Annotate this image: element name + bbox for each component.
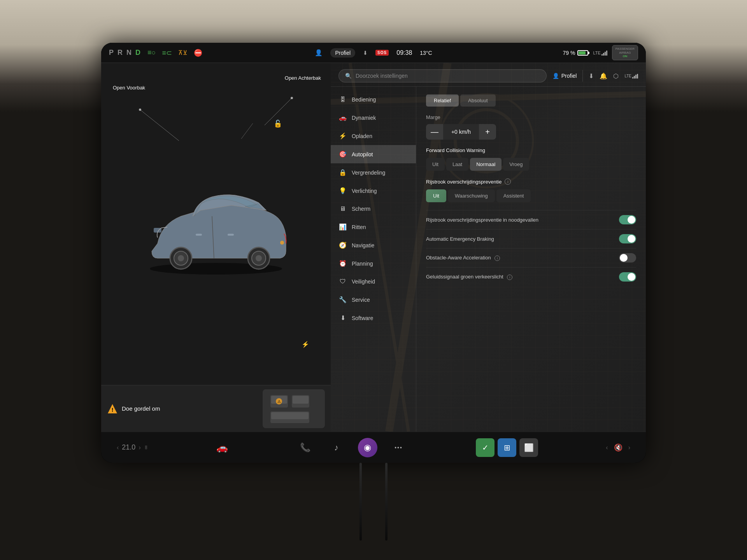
- nav-label-software: Software: [352, 315, 373, 321]
- nav-label-opladen: Opladen: [352, 133, 372, 139]
- nav-item-opladen[interactable]: ⚡ Opladen: [331, 127, 416, 145]
- absoluut-btn[interactable]: Absoluut: [460, 94, 496, 107]
- nav-item-verlichting[interactable]: 💡 Verlichting: [331, 182, 416, 200]
- status-bar: P R N D ≡○ ≡⊂ ⊼⊻ ⛔ 👤 Profiel: [101, 43, 646, 63]
- taskbar-center: 📞 ♪ ◉ •••: [296, 438, 409, 457]
- nav-item-veiligheid[interactable]: 🛡 Veiligheid: [331, 273, 416, 290]
- nav-item-dynamiek[interactable]: 🚗 Dynamiek: [331, 108, 416, 127]
- nav-item-software[interactable]: ⬇ Software: [331, 309, 416, 327]
- profile-action[interactable]: 👤 Profiel: [552, 73, 577, 79]
- nav-item-navigatie[interactable]: 🧭 Navigatie: [331, 236, 416, 254]
- profile-label: Profiel: [335, 50, 351, 56]
- toggle-obstacle-aware: Obstacle-Aware Acceleration i: [426, 248, 636, 267]
- toggle-emergency-switch[interactable]: [619, 234, 636, 243]
- temp-unit-area: 🎚: [144, 445, 149, 450]
- nav-item-scherm[interactable]: 🖥 Scherm: [331, 200, 416, 218]
- highbeam-icon: ≡⊂: [162, 49, 172, 57]
- volume-right-arrow[interactable]: ›: [628, 444, 630, 451]
- obstacle-info-icon[interactable]: i: [494, 256, 500, 261]
- profile-icon: 👤: [315, 49, 323, 56]
- speed-plus-btn[interactable]: +: [479, 124, 496, 140]
- collision-normaal-btn[interactable]: Normaal: [470, 158, 502, 171]
- lane-uit-btn[interactable]: Uit: [426, 189, 446, 202]
- nav-item-planning[interactable]: ⏰ Planning: [331, 254, 416, 273]
- lane-departure-section: Rijstrook overschrijdingspreventie i: [426, 178, 636, 185]
- toggle-geluidssignaal: Geluidssignaal groen verkeerslicht i: [426, 267, 636, 286]
- svg-text:⚠: ⚠: [277, 399, 281, 404]
- planning-icon: ⏰: [338, 260, 347, 267]
- service-icon: 🔧: [338, 296, 347, 303]
- music-button[interactable]: ♪: [327, 438, 346, 457]
- nav-item-vergrendeling[interactable]: 🔒 Vergrendeling: [331, 163, 416, 182]
- search-icon: 🔍: [345, 73, 352, 79]
- profile-icon-header: 👤: [552, 73, 559, 79]
- bell-icon[interactable]: 🔔: [600, 72, 607, 80]
- collision-uit-btn[interactable]: Uit: [426, 158, 445, 171]
- car-svg: [134, 173, 298, 275]
- relatief-btn[interactable]: Relatief: [426, 94, 459, 107]
- main-area: Open Voorbak Open Achterbak: [101, 63, 646, 432]
- volume-left-arrow[interactable]: ‹: [606, 444, 608, 451]
- download-icon-header[interactable]: ⬇: [589, 72, 594, 80]
- airbag-on-label: ON: [622, 54, 627, 58]
- nav-label-ritten: Ritten: [352, 224, 366, 230]
- svg-line-4: [241, 123, 253, 139]
- s4: [637, 74, 638, 79]
- profile-button[interactable]: Profiel: [330, 48, 355, 58]
- signal-bar-2: [603, 53, 604, 56]
- toggle-rijstrook-switch[interactable]: [619, 215, 636, 224]
- speed-control: — +0 km/h +: [426, 124, 496, 140]
- nav-label-vergrendeling: Vergrendeling: [352, 170, 385, 176]
- prnd-r: R: [117, 49, 123, 57]
- temp-right-arrow[interactable]: ›: [139, 444, 140, 451]
- car-icon: 🚗: [216, 442, 228, 453]
- voice-button[interactable]: ◉: [358, 438, 377, 457]
- forward-collision-title: Forward Collision Warning: [426, 147, 636, 153]
- toggle-rijstrook-noodgevallen: Rijstrook overschrijdingspreventie in no…: [426, 210, 636, 229]
- phone-button[interactable]: 📞: [296, 438, 315, 457]
- toggle-emergency-label: Automatic Emergency Braking: [426, 236, 619, 242]
- lane-assistent-btn[interactable]: Assistent: [496, 189, 531, 202]
- taskbar-left: ‹ 21.0 › 🎚: [117, 443, 149, 452]
- dashboard-surround: P R N D ≡○ ≡⊂ ⊼⊻ ⛔ 👤 Profiel: [0, 0, 747, 560]
- settings-header: 🔍 Doorzoek instellingen 👤 Profiel ⬇: [331, 63, 646, 87]
- speed-minus-btn[interactable]: —: [426, 124, 443, 140]
- search-box[interactable]: 🔍 Doorzoek instellingen: [338, 69, 547, 82]
- veiligheid-icon: 🛡: [338, 278, 347, 285]
- signal-bar-1: [601, 54, 603, 56]
- window-app-btn[interactable]: ⬜: [519, 438, 538, 457]
- screen-content: P R N D ≡○ ≡⊂ ⊼⊻ ⛔ 👤 Profiel: [101, 43, 646, 463]
- toggle-geluid-label-text: Geluidssignaal groen verkeerslicht i: [426, 274, 619, 280]
- nav-item-ritten[interactable]: 📊 Ritten: [331, 218, 416, 236]
- screen-bezel: P R N D ≡○ ≡⊂ ⊼⊻ ⛔ 👤 Profiel: [101, 43, 646, 463]
- toggle-obstacle-switch[interactable]: [619, 253, 636, 262]
- temp-left-arrow[interactable]: ‹: [117, 444, 119, 451]
- toggle-geluid-switch[interactable]: [619, 272, 636, 282]
- bluetooth-icon[interactable]: ⬡: [613, 72, 619, 80]
- settings-panel-content: 🔍 Doorzoek instellingen 👤 Profiel ⬇: [331, 63, 646, 432]
- checklist-app-btn[interactable]: ✓: [476, 438, 494, 457]
- status-left: P R N D ≡○ ≡⊂ ⊼⊻ ⛔: [109, 49, 241, 57]
- bottom-warning-panel: ! Doe gordel om: [101, 385, 331, 432]
- lane-info-icon[interactable]: i: [505, 178, 511, 185]
- svg-point-14: [280, 241, 284, 245]
- collision-laat-btn[interactable]: Laat: [446, 158, 468, 171]
- more-button[interactable]: •••: [389, 438, 409, 457]
- map-app-btn[interactable]: ⊞: [498, 438, 516, 457]
- ritten-icon: 📊: [338, 223, 347, 231]
- temp-value: 21.0: [122, 443, 135, 452]
- nav-item-autopilot[interactable]: 🎯 Autopilot: [331, 145, 416, 163]
- svg-rect-22: [293, 396, 309, 404]
- taskbar-left-icon: 🚗: [216, 442, 228, 453]
- lane-waarschuwing-btn[interactable]: Waarschuwing: [448, 189, 495, 202]
- speed-mode-selector: Relatief Absoluut: [426, 94, 636, 107]
- signal-bar-4: [606, 51, 607, 56]
- volume-icon[interactable]: 🔇: [614, 443, 622, 452]
- nav-item-bediening[interactable]: 🎛 Bediening: [331, 91, 416, 108]
- nav-item-service[interactable]: 🔧 Service: [331, 290, 416, 309]
- collision-vroeg-btn[interactable]: Vroeg: [503, 158, 529, 171]
- autopilot-icon: 🎯: [338, 150, 347, 158]
- geluid-info-icon[interactable]: i: [507, 275, 512, 280]
- warning-triangle-icon: !: [107, 403, 118, 414]
- search-placeholder-text: Doorzoek instellingen: [356, 73, 408, 79]
